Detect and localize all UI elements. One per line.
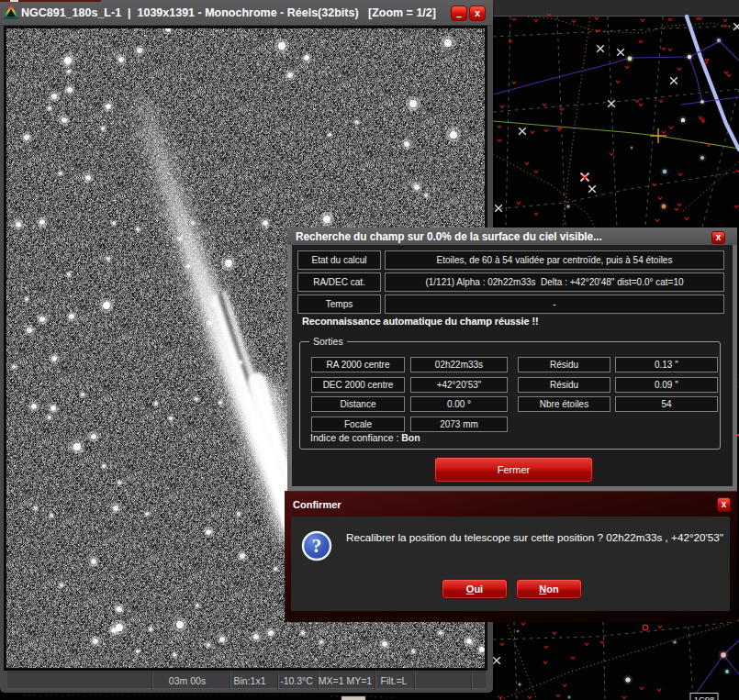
svg-text:1C98: 1C98 bbox=[694, 694, 715, 700]
svg-text:?: ? bbox=[312, 535, 322, 557]
